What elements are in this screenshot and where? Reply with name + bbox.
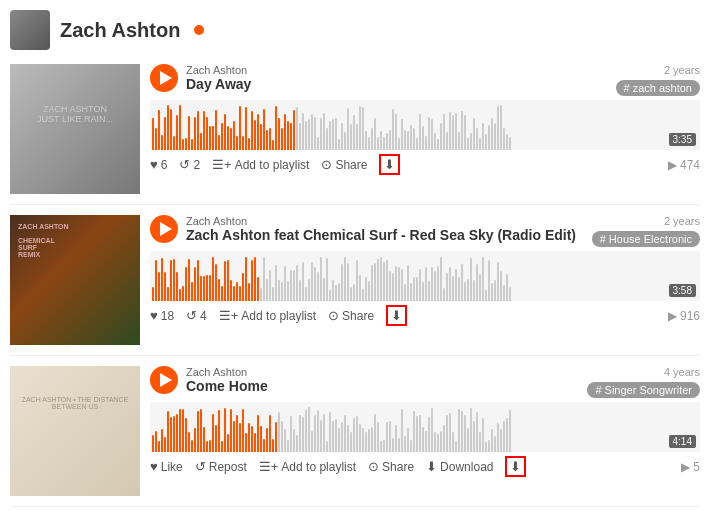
play-button-3[interactable] (150, 366, 178, 394)
waveform-bar (296, 435, 298, 452)
waveform-bar (266, 279, 268, 301)
share-button[interactable]: ⊙ Share (321, 157, 367, 172)
waveform-bar (410, 283, 412, 301)
waveform-bar (179, 105, 181, 150)
waveform-bar (203, 111, 205, 150)
waveform-bar (371, 427, 373, 452)
like-button[interactable]: ♥6 (150, 157, 167, 172)
waveform-bar (503, 128, 505, 150)
share-button[interactable]: ⊙ Share (368, 459, 414, 474)
track-actions-2: ♥18 ↺4 ☰+ Add to playlist ⊙ Share ⬇ ▶ 91… (150, 305, 700, 326)
waveform-bar (407, 265, 409, 301)
user-avatar[interactable] (10, 10, 50, 50)
track-meta-right: 2 years # House Electronic (592, 215, 700, 247)
playlist-icon: ☰+ (212, 157, 232, 172)
waveform-bar (158, 441, 160, 452)
waveform-bar (224, 408, 226, 452)
waveform-bar (170, 417, 172, 452)
waveform-bar (419, 114, 421, 150)
waveform-bar (257, 415, 259, 452)
waveform-bar (506, 274, 508, 301)
play-button-2[interactable] (150, 215, 178, 243)
waveform-bar (380, 131, 382, 150)
waveform-2[interactable]: 3:58 (150, 251, 700, 301)
repost-count: 2 (193, 158, 200, 172)
waveform-bar (374, 118, 376, 150)
repost-button[interactable]: ↺4 (186, 308, 207, 323)
username[interactable]: Zach Ashton (60, 19, 180, 42)
waveform-bar (386, 260, 388, 301)
waveform-bar (332, 280, 334, 301)
waveform-bar (242, 136, 244, 151)
waveform-bar (311, 262, 313, 301)
waveform-bar (233, 421, 235, 452)
waveform-bar (359, 275, 361, 301)
waveform-bar (176, 272, 178, 301)
waveform-bar (437, 434, 439, 452)
waveform-bar (302, 113, 304, 150)
like-button[interactable]: ♥18 (150, 308, 174, 323)
repost-button[interactable]: ↺Repost (195, 459, 247, 474)
waveform-bar (440, 431, 442, 452)
waveform-bar (221, 441, 223, 452)
waveform-bar (389, 271, 391, 301)
waveform-bar (335, 419, 337, 452)
waveform-bar (263, 257, 265, 301)
download-icon-button-1[interactable]: ⬇ (379, 154, 400, 175)
repost-button[interactable]: ↺2 (179, 157, 200, 172)
waveform-bar (500, 429, 502, 452)
waveform-bar (443, 288, 445, 301)
download-icon-button-2[interactable]: ⬇ (386, 305, 407, 326)
waveform-bar (377, 137, 379, 151)
waveform-bar (401, 409, 403, 452)
track-tag-3[interactable]: # Singer Songwriter (587, 382, 700, 398)
waveform-bar (389, 130, 391, 150)
add-to-playlist-button[interactable]: ☰+ Add to playlist (259, 459, 356, 474)
share-icon: ⊙ (321, 157, 332, 172)
play-count-icon: ▶ (668, 158, 677, 172)
play-button-1[interactable] (150, 64, 178, 92)
waveform-bar (452, 432, 454, 452)
track-top-row: Zach Ashton Come Home 4 years # Singer S… (150, 366, 700, 398)
download-icon-button-3[interactable]: ⬇ (505, 456, 526, 477)
waveform-bar (473, 118, 475, 150)
download-text-button[interactable]: ⬇Download (426, 459, 493, 474)
waveform-bar (272, 140, 274, 150)
track-tag-1[interactable]: # zach ashton (616, 80, 701, 96)
add-to-playlist-button[interactable]: ☰+ Add to playlist (219, 308, 316, 323)
track-identity: Zach Ashton Come Home (150, 366, 268, 394)
like-count: 6 (161, 158, 168, 172)
waveform-bar (479, 274, 481, 301)
track-tag-2[interactable]: # House Electronic (592, 231, 700, 247)
waveform-bar (197, 260, 199, 301)
add-to-playlist-button[interactable]: ☰+ Add to playlist (212, 157, 309, 172)
waveform-bar (371, 265, 373, 301)
waveform-1[interactable]: 3:35 (150, 100, 700, 150)
share-button[interactable]: ⊙ Share (328, 308, 374, 323)
waveform-bar (155, 128, 157, 150)
waveform-bar (389, 421, 391, 452)
waveform-bar (179, 409, 181, 452)
waveform-bar (209, 275, 211, 301)
waveform-bar (287, 121, 289, 150)
heart-icon: ♥ (150, 459, 158, 474)
track-card-3: ZACH ASHTON • THE DISTANCE BETWEEN US Za… (10, 366, 700, 507)
track-age-3: 4 years (664, 366, 700, 378)
waveform-bar (302, 417, 304, 452)
waveform-bar (326, 128, 328, 150)
waveform-bar (458, 132, 460, 150)
track-identity: Zach Ashton Day Away (150, 64, 251, 92)
waveform-bar (284, 429, 286, 452)
waveform-bar (455, 113, 457, 150)
waveform-bar (362, 428, 364, 452)
waveform-3[interactable]: 4:14 (150, 402, 700, 452)
waveform-bar (335, 285, 337, 301)
track-artist-2: Zach Ashton (186, 215, 576, 227)
waveform-bar (392, 273, 394, 301)
page-header: Zach Ashton (10, 10, 700, 50)
waveform-bar (221, 123, 223, 150)
like-button[interactable]: ♥Like (150, 459, 183, 474)
waveform-bar (401, 119, 403, 150)
add-to-playlist-label: Add to playlist (235, 158, 310, 172)
track-title-1: Day Away (186, 76, 251, 92)
